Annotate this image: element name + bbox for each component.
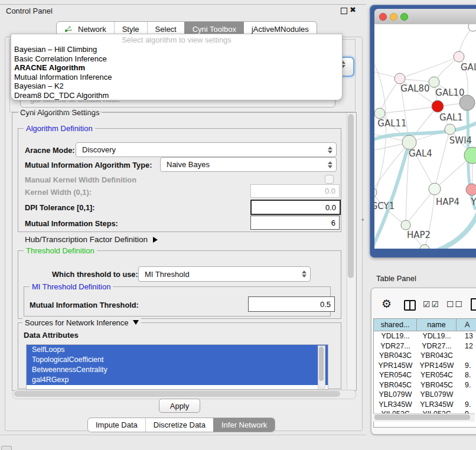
algorithm-option[interactable]: ARACNE Algorithm bbox=[11, 63, 342, 73]
network-node[interactable] bbox=[454, 51, 464, 62]
network-edge bbox=[380, 79, 400, 113]
network-node[interactable] bbox=[432, 100, 444, 112]
settings-hscrollbar-thumb[interactable] bbox=[14, 391, 340, 397]
table-cell: YER054C bbox=[374, 370, 417, 380]
network-node[interactable] bbox=[429, 77, 439, 87]
node-table: shared...nameA YDL19...YDL19...13YDR27..… bbox=[373, 318, 476, 428]
kernel-width-label: Kernel Width (0,1): bbox=[25, 188, 92, 197]
table-row[interactable]: YLR345WYLR345W9. bbox=[374, 400, 476, 410]
algorithm-option[interactable]: Bayesian – Hill Climbing bbox=[11, 45, 342, 54]
document-icon[interactable] bbox=[471, 298, 476, 311]
aracne-mode-value: Discovery bbox=[76, 145, 326, 154]
which-threshold-combo[interactable]: MI Threshold bbox=[138, 266, 311, 282]
table-hscrollbar-thumb[interactable] bbox=[374, 415, 470, 420]
which-threshold-label: Which threshold to use: bbox=[52, 270, 138, 279]
attribute-item[interactable]: SelfLoops bbox=[27, 345, 328, 355]
attribute-item[interactable]: TopologicalCoefficient bbox=[27, 355, 328, 365]
zoom-traffic-light[interactable] bbox=[400, 13, 408, 21]
network-node[interactable] bbox=[395, 73, 405, 84]
sources-toggle[interactable]: Sources for Network Inference bbox=[22, 318, 141, 327]
algorithm-list: Bayesian – Hill ClimbingBasic Correlatio… bbox=[11, 45, 342, 100]
corner-button[interactable] bbox=[1, 446, 12, 450]
network-node-label: HAP4 bbox=[436, 197, 459, 207]
algorithm-dropdown[interactable]: Select algorithm to view settings Bayesi… bbox=[11, 34, 343, 100]
which-threshold-value: MI Threshold bbox=[139, 270, 300, 279]
table-row[interactable]: YDL19...YDL19...13 bbox=[374, 331, 476, 341]
network-node[interactable] bbox=[429, 183, 441, 195]
network-tab-icon bbox=[64, 25, 75, 32]
tab-label: Select bbox=[155, 25, 177, 34]
panel-resize-handle[interactable]: ◄ bbox=[360, 217, 364, 222]
split-columns-icon[interactable] bbox=[404, 300, 416, 311]
table-cell: YDR27... bbox=[417, 341, 457, 351]
network-node[interactable] bbox=[466, 184, 476, 195]
network-node[interactable] bbox=[402, 135, 416, 149]
settings-vscrollbar-thumb[interactable] bbox=[348, 114, 354, 278]
network-edge bbox=[374, 142, 409, 193]
table-cell: YBR043C bbox=[417, 351, 457, 361]
hub-definition-toggle[interactable]: Hub/Transcription Factor Definition bbox=[25, 235, 158, 244]
table-row[interactable]: YBR045CYBR045C9. bbox=[374, 380, 476, 390]
manual-kernel-label: Manual Kernel Width Definition bbox=[25, 175, 136, 184]
network-node[interactable] bbox=[374, 108, 385, 119]
table-cell: YLR345W bbox=[374, 400, 417, 410]
attributes-vscrollbar-thumb[interactable] bbox=[319, 347, 324, 381]
mi-threshold-field[interactable]: 0.5 bbox=[248, 296, 335, 312]
tab-label: Network bbox=[78, 25, 106, 34]
network-node[interactable] bbox=[445, 124, 455, 135]
manual-kernel-checkbox[interactable] bbox=[325, 175, 334, 184]
float-window-icon[interactable] bbox=[341, 8, 347, 14]
network-node-label: GAL11 bbox=[377, 118, 406, 129]
table-row[interactable]: YPR145WYPR145W9. bbox=[374, 361, 476, 371]
algorithm-option[interactable]: Dream8 DC_TDC Algorithm bbox=[11, 91, 342, 100]
unchecked-columns-icon[interactable]: ☐☐ bbox=[446, 299, 464, 309]
table-row[interactable]: YDR27...YDR27...12 bbox=[374, 341, 476, 351]
stepper-icon bbox=[326, 146, 334, 154]
network-node-label: GAL bbox=[461, 62, 476, 73]
table-row[interactable]: YER054CYER054C8. bbox=[374, 370, 476, 380]
attribute-item[interactable]: gal4RGexp bbox=[27, 375, 328, 385]
network-canvas[interactable]: GALGAL80GAL10GAL1GAL11SWI4GAL4GCY1HAP4YH… bbox=[374, 24, 476, 249]
algorithm-option[interactable]: Mutual Information Inference bbox=[11, 73, 342, 82]
network-node[interactable] bbox=[468, 24, 476, 31]
table-cell: YBR043C bbox=[374, 351, 417, 361]
column-header[interactable]: name bbox=[417, 319, 457, 331]
minimize-traffic-light[interactable] bbox=[390, 13, 397, 21]
threshold-definition-title: Threshold Definition bbox=[24, 246, 97, 255]
panel-divider bbox=[0, 435, 366, 435]
table-cell bbox=[457, 351, 476, 361]
mi-type-combo[interactable]: Naive Bayes bbox=[160, 157, 337, 172]
aracne-mode-combo[interactable]: Discovery bbox=[76, 142, 337, 157]
tab-infer-network[interactable]: Infer Network bbox=[213, 418, 275, 432]
apply-button[interactable]: Apply bbox=[159, 399, 200, 413]
tab-label: Cyni Toolbox bbox=[193, 25, 236, 34]
kernel-width-field[interactable]: 0.0 bbox=[250, 184, 340, 198]
attribute-item[interactable]: BetweennessCentrality bbox=[27, 365, 328, 375]
mi-threshold-group-title: MI Threshold Definition bbox=[30, 282, 113, 291]
checked-columns-icon[interactable]: ☑☑ bbox=[423, 299, 440, 309]
column-header[interactable]: shared... bbox=[374, 319, 417, 331]
mi-steps-label: Mutual Information Steps: bbox=[25, 219, 118, 228]
algorithm-option[interactable]: Bayesian – K2 bbox=[11, 81, 342, 91]
table-cell: YER054C bbox=[417, 370, 457, 380]
table-cell: 9. bbox=[457, 380, 476, 390]
network-node-label: Y bbox=[470, 197, 476, 207]
network-edge bbox=[380, 106, 438, 113]
network-edge bbox=[374, 60, 386, 201]
table-row[interactable]: YBR043CYBR043C bbox=[374, 351, 476, 361]
algorithm-option[interactable]: Basic Correlation Inference bbox=[11, 54, 342, 64]
close-icon[interactable]: ✖ bbox=[350, 5, 356, 14]
column-header[interactable]: A bbox=[457, 319, 476, 331]
gear-icon[interactable]: ⚙ bbox=[382, 297, 392, 311]
window-top-edge bbox=[0, 4, 366, 5]
close-traffic-light[interactable] bbox=[379, 13, 387, 21]
tab-impute-data[interactable]: Impute Data bbox=[88, 418, 145, 432]
mi-steps-field[interactable]: 6 bbox=[250, 216, 340, 230]
data-attributes-list: SelfLoopsTopologicalCoefficientBetweenne… bbox=[26, 344, 328, 390]
tab-discretize-data[interactable]: Discretize Data bbox=[145, 418, 213, 432]
network-node[interactable] bbox=[401, 220, 410, 230]
dpi-tolerance-field[interactable]: 0.0 bbox=[250, 200, 341, 215]
mi-type-label: Mutual Information Algorithm Type: bbox=[25, 161, 152, 169]
table-row[interactable]: YBL079WYBL079W bbox=[374, 390, 476, 400]
sources-title: Sources for Network Inference bbox=[25, 318, 129, 327]
